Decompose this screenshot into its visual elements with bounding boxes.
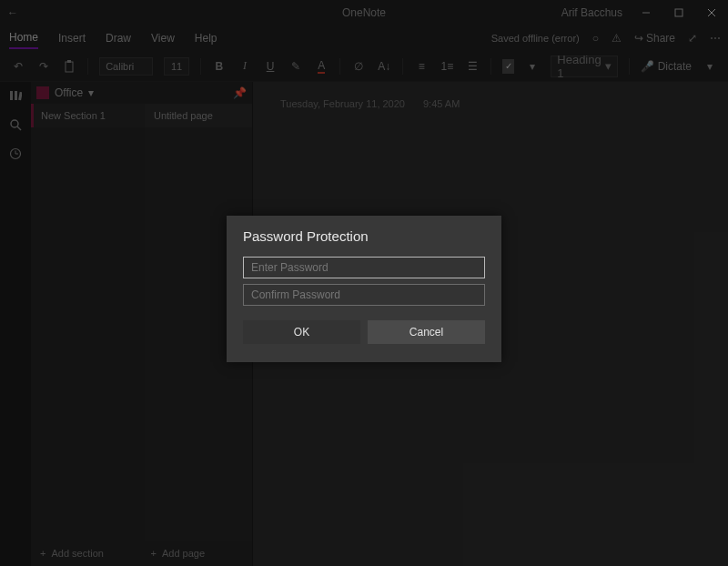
- dialog-title: Password Protection: [243, 228, 485, 244]
- cancel-button[interactable]: Cancel: [368, 320, 485, 344]
- enter-password-input[interactable]: [243, 257, 485, 278]
- confirm-password-input[interactable]: [243, 284, 485, 306]
- ok-button[interactable]: OK: [243, 320, 360, 344]
- password-dialog: Password Protection OK Cancel: [227, 216, 501, 362]
